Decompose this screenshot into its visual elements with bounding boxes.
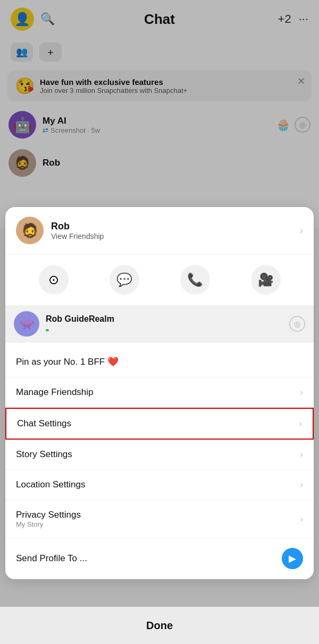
call-action-icon: 📞 bbox=[187, 272, 203, 287]
rob-name: Rob bbox=[51, 221, 292, 232]
privacy-settings-sub: My Story bbox=[16, 520, 81, 528]
menu-item-story-settings[interactable]: Story Settings › bbox=[5, 440, 314, 470]
location-settings-chevron: › bbox=[300, 480, 303, 490]
action-row: ⊙ 💬 📞 🎥 bbox=[5, 254, 314, 306]
peeking-name: Rob GuideRealm bbox=[46, 314, 283, 324]
privacy-settings-chevron: › bbox=[300, 514, 303, 524]
chat-settings-chevron: › bbox=[299, 419, 302, 428]
video-action-button[interactable]: 🎥 bbox=[251, 265, 281, 295]
peeking-avatar: 👾 bbox=[14, 311, 39, 337]
chat-settings-label: Chat Settings bbox=[17, 418, 71, 429]
send-profile-label: Send Profile To ... bbox=[16, 553, 87, 564]
location-settings-label: Location Settings bbox=[16, 479, 85, 490]
online-indicator bbox=[46, 329, 49, 331]
menu-item-privacy-settings[interactable]: Privacy Settings My Story › bbox=[5, 500, 314, 538]
chat-action-button[interactable]: 💬 bbox=[110, 265, 139, 295]
menu-item-chat-settings[interactable]: Chat Settings › bbox=[5, 408, 314, 440]
menu-item-location-settings[interactable]: Location Settings › bbox=[5, 470, 314, 500]
send-icon: ▶ bbox=[289, 553, 296, 564]
pin-bff-label: Pin as your No. 1 BFF ❤️ bbox=[16, 356, 119, 367]
done-button[interactable]: Done bbox=[146, 620, 173, 632]
story-settings-chevron: › bbox=[300, 450, 303, 459]
menu-section: Pin as your No. 1 BFF ❤️ Manage Friendsh… bbox=[5, 347, 314, 579]
popup-card: 🧔 Rob View Friendship › ⊙ 💬 📞 🎥 👾 Rob Gu… bbox=[5, 207, 314, 579]
rob-profile-header[interactable]: 🧔 Rob View Friendship › bbox=[5, 207, 314, 254]
peeking-sub bbox=[46, 324, 283, 333]
menu-item-pin-bff[interactable]: Pin as your No. 1 BFF ❤️ bbox=[5, 347, 314, 377]
menu-item-send-profile[interactable]: Send Profile To ... ▶ bbox=[5, 538, 314, 579]
chat-action-icon: 💬 bbox=[116, 272, 132, 287]
peeking-chat-item[interactable]: 👾 Rob GuideRealm ◎ bbox=[5, 306, 314, 342]
peeking-info: Rob GuideRealm bbox=[46, 314, 283, 333]
rob-view-friendship: View Friendship bbox=[51, 232, 292, 241]
rob-chevron-icon: › bbox=[300, 225, 303, 236]
story-settings-label: Story Settings bbox=[16, 449, 72, 460]
heart-emoji: ❤️ bbox=[107, 357, 119, 367]
camera-action-button[interactable]: ⊙ bbox=[39, 265, 69, 295]
rob-info: Rob View Friendship bbox=[51, 221, 292, 241]
done-bar: Done bbox=[0, 607, 319, 644]
privacy-settings-text-block: Privacy Settings My Story bbox=[16, 510, 81, 528]
camera-action-icon: ⊙ bbox=[48, 272, 59, 287]
peeking-camera-icon: ◎ bbox=[289, 316, 305, 332]
manage-friendship-chevron: › bbox=[300, 388, 303, 397]
send-profile-button[interactable]: ▶ bbox=[282, 548, 303, 569]
menu-item-manage-friendship[interactable]: Manage Friendship › bbox=[5, 377, 314, 408]
video-action-icon: 🎥 bbox=[258, 272, 274, 287]
call-action-button[interactable]: 📞 bbox=[180, 265, 210, 295]
rob-avatar: 🧔 bbox=[16, 217, 44, 244]
manage-friendship-label: Manage Friendship bbox=[16, 387, 94, 398]
privacy-settings-label: Privacy Settings bbox=[16, 510, 81, 520]
